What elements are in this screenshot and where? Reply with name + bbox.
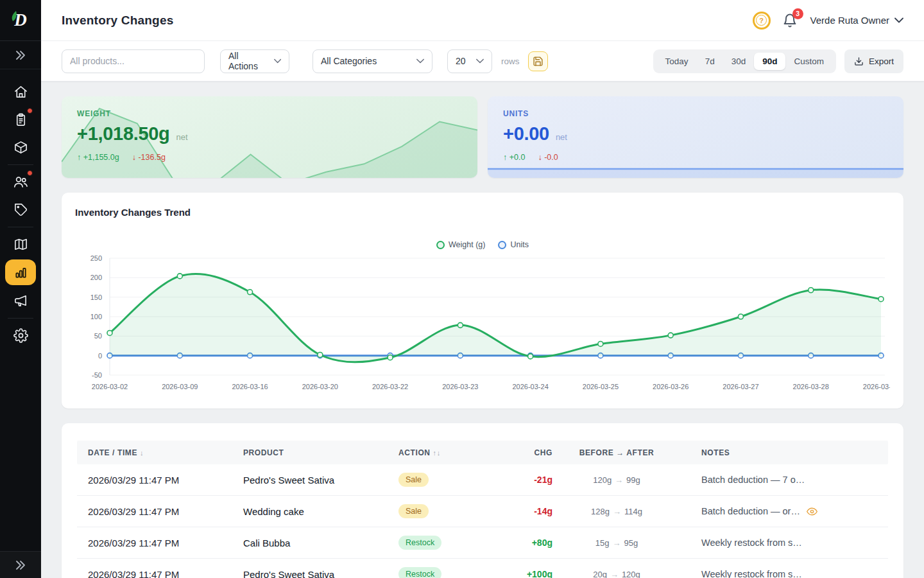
map-icon (13, 237, 28, 252)
double-chevron-right-icon (15, 50, 26, 60)
save-icon (533, 56, 543, 67)
product-search-input[interactable] (62, 49, 205, 73)
date-range-group: Today7d30d90dCustom (653, 49, 836, 73)
help-button[interactable]: ? (753, 12, 771, 30)
range-button-30d[interactable]: 30d (723, 53, 755, 70)
sidebar-item-settings[interactable] (5, 322, 36, 349)
gear-icon (13, 328, 28, 343)
user-menu[interactable]: Verde Ruta Owner (810, 15, 903, 26)
cube-icon (13, 140, 28, 155)
export-button[interactable]: Export (844, 49, 903, 73)
svg-text:-50: -50 (92, 371, 102, 379)
notifications-button[interactable]: 3 (782, 12, 799, 29)
cell-change: -14g (495, 506, 552, 516)
weight-series-point[interactable] (388, 355, 393, 360)
weight-series-point[interactable] (668, 333, 673, 338)
table-row[interactable]: 2026/03/29 11:47 PMPedro's Sweet SativaR… (77, 559, 888, 578)
arrow-right-icon: → (613, 538, 621, 548)
sidebar-item-marketing[interactable] (5, 287, 36, 314)
svg-text:150: 150 (90, 293, 102, 301)
chart-legend: Weight (g)Units (436, 240, 529, 249)
cell-product: Pedro's Sweet Sativa (243, 475, 398, 486)
units-net-label: net (556, 132, 567, 142)
units-outflow: ↓ -0.0 (538, 153, 558, 162)
sidebar: D (0, 0, 41, 578)
table-row[interactable]: 2026/03/29 11:47 PMPedro's Sweet SativaS… (77, 464, 888, 496)
svg-text:2026-03-25: 2026-03-25 (583, 383, 619, 390)
sidebar-item-customers[interactable] (5, 168, 36, 195)
cell-datetime: 2026/03/29 11:47 PM (88, 506, 243, 517)
weight-series-point[interactable] (598, 341, 603, 346)
svg-text:2026-03-16: 2026-03-16 (232, 383, 268, 390)
svg-text:50: 50 (94, 332, 102, 340)
cell-notes: Batch deduction — 7 o… (681, 475, 882, 485)
arrow-right-icon: → (610, 570, 619, 578)
cell-product: Cali Bubba (243, 538, 398, 548)
category-filter-select[interactable]: All Categories (312, 49, 432, 73)
sidebar-item-tags[interactable] (5, 196, 36, 223)
action-filter-select[interactable]: All Actions (220, 49, 289, 73)
svg-text:100: 100 (90, 313, 102, 320)
legend-swatch (498, 241, 506, 249)
sidebar-item-catalog[interactable] (5, 231, 36, 258)
rows-per-page-select[interactable]: 20 (447, 49, 492, 73)
column-header[interactable]: ACTION↑↓ (398, 448, 495, 457)
export-label: Export (869, 57, 894, 66)
weight-series-point[interactable] (738, 314, 743, 319)
weight-series-point[interactable] (107, 330, 112, 335)
svg-text:0: 0 (98, 352, 102, 360)
range-button-7d[interactable]: 7d (697, 53, 723, 70)
range-button-custom[interactable]: Custom (785, 53, 832, 70)
sidebar-expand-button[interactable] (0, 41, 41, 69)
legend-item-units[interactable]: Units (498, 240, 528, 249)
column-header[interactable]: DATE / TIME↓ (88, 448, 243, 457)
app-logo[interactable]: D (0, 0, 41, 41)
column-header: BEFORE → AFTER (552, 448, 681, 457)
weight-series-point[interactable] (318, 352, 323, 357)
save-view-button[interactable] (528, 51, 548, 71)
range-button-90d[interactable]: 90d (754, 53, 785, 70)
legend-item-weight--g-[interactable]: Weight (g) (436, 240, 485, 249)
weight-series-point[interactable] (458, 322, 463, 328)
svg-text:2026-03-09: 2026-03-09 (162, 383, 198, 390)
main-area: Inventory Changes ? 3 Verde Ruta Owner A… (41, 0, 924, 578)
cell-product: Pedro's Sweet Sativa (243, 569, 398, 578)
cell-before-after: 120g→99g (552, 475, 681, 485)
weight-series-point[interactable] (528, 354, 533, 359)
cell-notes: Weekly restock from s… (681, 538, 882, 548)
svg-text:2026-03-24: 2026-03-24 (512, 383, 548, 390)
sidebar-item-orders[interactable] (5, 106, 36, 133)
weight-series-point[interactable] (248, 290, 253, 295)
svg-text:250: 250 (90, 254, 102, 262)
arrow-right-icon: → (613, 507, 621, 516)
table-row[interactable]: 2026/03/29 11:47 PMCali BubbaRestock+80g… (77, 527, 888, 559)
sidebar-item-home[interactable] (5, 78, 36, 105)
weight-outflow: ↓ -136.5g (132, 153, 166, 162)
svg-text:2026-03-20: 2026-03-20 (302, 383, 338, 390)
sidebar-item-analytics[interactable] (5, 259, 36, 285)
svg-text:2026-03-29: 2026-03-29 (863, 383, 890, 390)
weight-series-point[interactable] (878, 297, 884, 302)
weight-series-point[interactable] (809, 288, 814, 293)
weight-series-point[interactable] (177, 274, 182, 279)
leaf-icon (11, 10, 19, 23)
column-header: CHG (495, 448, 552, 457)
svg-text:2026-03-26: 2026-03-26 (653, 383, 689, 390)
action-badge: Sale (398, 473, 429, 487)
top-bar: Inventory Changes ? 3 Verde Ruta Owner (41, 0, 924, 41)
range-button-today[interactable]: Today (657, 53, 697, 70)
eye-icon[interactable] (807, 506, 817, 517)
sidebar-nav (0, 69, 41, 551)
bar-chart-icon (13, 265, 28, 280)
chevron-down-icon (894, 17, 903, 23)
stat-cards: WEIGHT +1,018.50g net ↑ +1,155.0g ↓ -136… (62, 96, 903, 178)
filter-bar-right: Today7d30d90dCustom Export (653, 49, 903, 73)
sidebar-collapse-button[interactable] (0, 551, 41, 578)
table-row[interactable]: 2026/03/29 11:47 PMWedding cakeSale-14g1… (77, 496, 888, 527)
chevron-down-icon (476, 58, 484, 64)
sidebar-item-products[interactable] (5, 134, 36, 161)
column-header: PRODUCT (243, 448, 398, 457)
weight-value: +1,018.50g (77, 123, 170, 144)
sidebar-divider (8, 164, 33, 165)
cell-before-after: 20g→120g (552, 570, 681, 578)
